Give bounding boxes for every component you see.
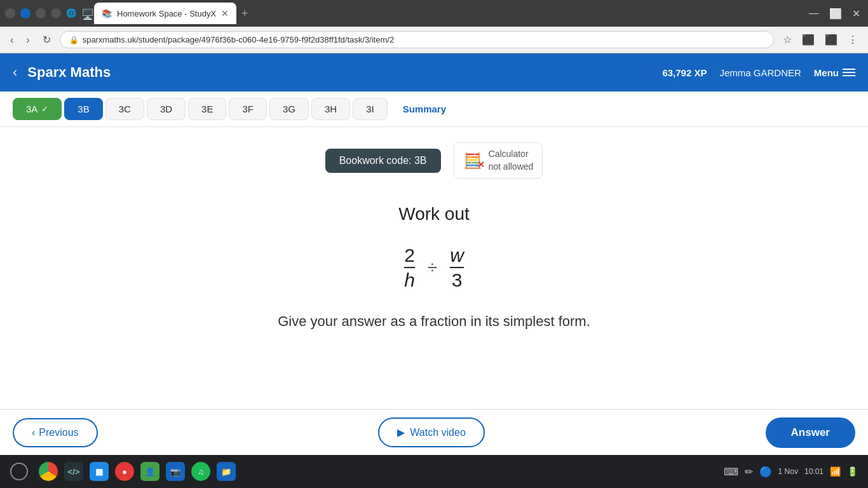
taskbar-bluetooth-icon: 🔵 (759, 466, 772, 478)
taskbar-app1[interactable]: </> (64, 461, 84, 482)
app-logo: Sparx Maths (27, 64, 111, 81)
tab-3e-label: 3E (201, 104, 213, 114)
main-content: Bookwork code: 3B 🧮 ✕ Calculatornot allo… (0, 127, 868, 345)
fraction-left-num: 2 (404, 245, 415, 266)
fraction-left-den: h (404, 269, 415, 290)
answer-button[interactable]: Answer (766, 417, 855, 448)
taskbar-battery-icon: 🔋 (847, 466, 858, 477)
tab-3a[interactable]: 3A ✓ (13, 98, 62, 120)
minimize-btn[interactable]: — (806, 5, 822, 22)
tab-3g-label: 3G (283, 104, 295, 114)
lock-icon: 🔒 (69, 36, 79, 44)
app1-icon: </> (64, 462, 83, 481)
user-name: Jemma GARDNER (719, 67, 801, 78)
browser-toolbar: ‹ › ↻ 🔒 sparxmaths.uk/student/package/49… (0, 27, 868, 53)
menu-btn[interactable]: Menu (814, 67, 855, 78)
tab-3f-label: 3F (242, 104, 254, 114)
browser-tab-icon1 (5, 8, 15, 18)
tab-3i[interactable]: 3I (353, 98, 388, 120)
tab-3e[interactable]: 3E (188, 98, 226, 120)
app5-icon: 📷 (166, 462, 185, 481)
taskbar-app6[interactable]: ♫ (191, 461, 211, 482)
chrome-icon (39, 462, 58, 481)
close-btn[interactable]: ✕ (850, 5, 863, 22)
taskbar-date: 1 Nov (778, 467, 798, 476)
header-right: 63,792 XP Jemma GARDNER Menu (662, 67, 855, 78)
taskbar-circle-icon (10, 463, 28, 480)
taskbar-kbd-icon: ⌨ (724, 466, 738, 478)
math-expression: 2 h ÷ w 3 (212, 245, 656, 290)
maximize-btn[interactable]: ⬜ (827, 5, 844, 22)
prev-arrow-icon: ‹ (32, 427, 35, 438)
app6-icon: ♫ (191, 462, 210, 481)
tab-3a-label: 3A (26, 104, 37, 114)
tab-3i-label: 3I (366, 104, 374, 114)
browser-tab-icon5: 🌐 (66, 8, 76, 18)
fraction-left-line (404, 267, 415, 268)
back-btn[interactable]: ‹ (6, 32, 17, 48)
tab-3d-label: 3D (160, 104, 172, 114)
answer-label: Answer (791, 426, 830, 438)
app-header: ‹ Sparx Maths 63,792 XP Jemma GARDNER Me… (0, 53, 868, 92)
calculator-text: Calculatornot allowed (489, 148, 534, 173)
tab-3c[interactable]: 3C (105, 98, 144, 120)
checkmark-icon: ✓ (41, 104, 48, 114)
bottom-bar: ‹ Previous ▶ Watch video Answer (0, 409, 868, 455)
taskbar-chrome[interactable] (38, 461, 58, 482)
tab-navigation: 3A ✓ 3B 3C 3D 3E 3F 3G 3H 3I Summary (0, 92, 868, 127)
tab-3f[interactable]: 3F (229, 98, 267, 120)
browser-tab-icon4 (51, 8, 61, 18)
url-text: sparxmaths.uk/student/package/4976f36b-c… (83, 35, 394, 44)
info-row: Bookwork code: 3B 🧮 ✕ Calculatornot allo… (325, 142, 543, 179)
previous-label: Previous (39, 427, 78, 438)
taskbar-pen-icon: ✏ (745, 466, 753, 478)
browser-tab-icon3 (36, 8, 46, 18)
browser-tab-icon6: 🖥️ (81, 8, 92, 18)
taskbar-app7[interactable]: 📁 (216, 461, 236, 482)
tab-favicon: 📚 (102, 9, 112, 18)
taskbar: </> ▦ ● 👤 📷 ♫ 📁 ⌨ ✏ 🔵 1 Nov 10:01 📶 🔋 (0, 455, 868, 488)
address-bar[interactable]: 🔒 sparxmaths.uk/student/package/4976f36b… (60, 31, 774, 48)
fraction-right-num: w (450, 245, 464, 266)
taskbar-app4[interactable]: 👤 (140, 461, 160, 482)
new-tab-btn[interactable]: + (241, 7, 248, 20)
fraction-right-line (450, 267, 464, 268)
app-back-btn[interactable]: ‹ (13, 64, 17, 81)
extension-btn2[interactable]: ⬛ (821, 31, 841, 48)
video-icon: ▶ (397, 426, 405, 438)
xp-display: 63,792 XP (662, 67, 707, 78)
app3-icon: ● (115, 462, 134, 481)
tab-3b[interactable]: 3B (64, 98, 102, 120)
tab-3d[interactable]: 3D (147, 98, 186, 120)
taskbar-app3[interactable]: ● (114, 461, 135, 482)
forward-btn[interactable]: › (22, 32, 33, 48)
previous-button[interactable]: ‹ Previous (13, 418, 98, 447)
browser-tab-icon2 (20, 8, 31, 18)
calculator-info: 🧮 ✕ Calculatornot allowed (454, 142, 543, 179)
taskbar-app5[interactable]: 📷 (165, 461, 186, 482)
question-subtitle: Give your answer as a fraction in its si… (212, 313, 656, 330)
tab-3h-label: 3H (325, 104, 337, 114)
watch-video-button[interactable]: ▶ Watch video (378, 417, 484, 447)
tab-summary[interactable]: Summary (390, 98, 459, 119)
fraction-right-den: 3 (452, 269, 463, 290)
tab-title: Homework Space - StudyX (117, 9, 216, 18)
extension-btn1[interactable]: ⬛ (798, 31, 818, 48)
toolbar-icons: ☆ ⬛ ⬛ ⋮ (779, 31, 862, 48)
no-calculator-icon: ✕ (477, 159, 485, 170)
tab-3g[interactable]: 3G (269, 98, 309, 120)
tab-3b-label: 3B (78, 104, 89, 114)
question-title: Work out (212, 204, 656, 224)
taskbar-wifi-icon: 📶 (830, 466, 841, 477)
division-symbol: ÷ (428, 257, 437, 278)
bookmark-btn[interactable]: ☆ (779, 31, 796, 48)
hamburger-icon (843, 69, 855, 76)
more-options-btn[interactable]: ⋮ (844, 31, 862, 48)
active-tab[interactable]: 📚 Homework Space - StudyX ✕ (94, 3, 236, 24)
taskbar-app2[interactable]: ▦ (89, 461, 109, 482)
reload-btn[interactable]: ↻ (39, 31, 55, 48)
app4-icon: 👤 (140, 462, 159, 481)
tab-close-btn[interactable]: ✕ (221, 8, 229, 18)
taskbar-time: 10:01 (804, 467, 824, 476)
tab-3h[interactable]: 3H (311, 98, 350, 120)
